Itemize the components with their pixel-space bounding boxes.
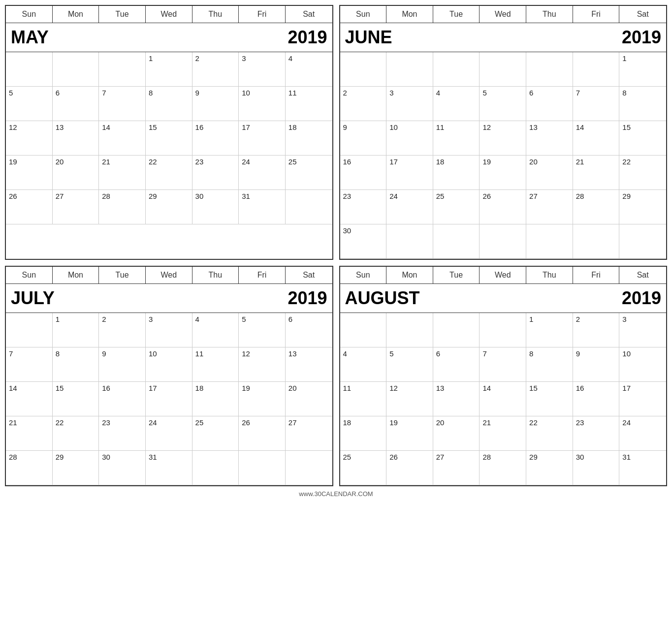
day-header-sun: Sun xyxy=(6,6,53,23)
day-number: 25 xyxy=(288,157,329,166)
day-number: 14 xyxy=(576,123,616,131)
day-cell: 7 xyxy=(480,347,526,382)
day-cell: 2 xyxy=(573,313,620,347)
day-header-mon: Mon xyxy=(53,267,99,283)
day-number: 28 xyxy=(576,192,616,200)
day-cell: 11 xyxy=(340,382,387,416)
day-cell: 21 xyxy=(480,416,526,451)
day-cell xyxy=(480,224,526,259)
day-cell: 16 xyxy=(99,382,146,416)
day-cell: 24 xyxy=(239,156,286,190)
day-cell: 5 xyxy=(239,313,286,347)
day-number: 27 xyxy=(288,418,329,427)
day-number: 28 xyxy=(482,453,523,461)
day-cell: 9 xyxy=(573,347,620,382)
day-cell: 2 xyxy=(340,87,387,121)
day-number: 10 xyxy=(389,123,430,131)
day-cell xyxy=(573,52,620,87)
day-cell: 23 xyxy=(99,416,146,451)
day-cell: 18 xyxy=(433,156,480,190)
day-number: 1 xyxy=(56,315,96,323)
day-cell: 24 xyxy=(146,416,192,451)
day-cell: 17 xyxy=(146,382,192,416)
day-number: 6 xyxy=(529,89,570,97)
day-number: 16 xyxy=(576,384,616,392)
day-cell: 14 xyxy=(6,382,53,416)
day-headers: SunMonTueWedThuFriSat xyxy=(340,6,667,23)
day-cell: 4 xyxy=(433,87,480,121)
day-header-fri: Fri xyxy=(239,267,286,283)
day-number: 12 xyxy=(242,349,282,358)
day-number: 8 xyxy=(56,349,96,358)
day-number: 19 xyxy=(389,418,430,427)
day-number: 17 xyxy=(149,384,189,392)
day-number: 12 xyxy=(389,384,430,392)
day-number: 15 xyxy=(622,123,663,131)
day-number: 27 xyxy=(436,453,477,461)
day-header-sat: Sat xyxy=(619,267,666,283)
day-cell: 23 xyxy=(573,416,620,451)
day-cell: 28 xyxy=(6,451,53,485)
day-cell: 7 xyxy=(6,347,53,382)
day-number: 23 xyxy=(102,418,142,427)
day-header-sun: Sun xyxy=(6,267,53,283)
day-cell xyxy=(433,313,480,347)
day-cell xyxy=(526,224,573,259)
month-name: JULY xyxy=(11,288,55,309)
day-cell: 12 xyxy=(6,121,53,156)
day-number: 4 xyxy=(436,89,477,97)
day-number: 1 xyxy=(622,54,663,63)
day-number: 23 xyxy=(195,157,236,166)
day-cell: 28 xyxy=(573,190,620,224)
day-header-mon: Mon xyxy=(386,267,433,283)
day-cell: 14 xyxy=(480,382,526,416)
day-cell xyxy=(192,451,239,485)
day-cell: 29 xyxy=(619,190,666,224)
day-cell: 7 xyxy=(99,87,146,121)
day-cell: 23 xyxy=(192,156,239,190)
day-header-tue: Tue xyxy=(99,267,146,283)
day-cell: 28 xyxy=(480,451,526,485)
year-name: 2019 xyxy=(288,288,327,309)
day-header-mon: Mon xyxy=(53,6,99,23)
day-cell: 9 xyxy=(99,347,146,382)
day-cell xyxy=(286,190,332,224)
day-number: 10 xyxy=(149,349,189,358)
day-cell xyxy=(480,313,526,347)
day-number: 17 xyxy=(389,157,430,166)
day-headers: SunMonTueWedThuFriSat xyxy=(6,6,332,23)
day-number: 3 xyxy=(242,54,282,63)
day-cell: 24 xyxy=(619,416,666,451)
day-header-tue: Tue xyxy=(99,6,146,23)
day-cell: 20 xyxy=(526,156,573,190)
day-number: 18 xyxy=(195,384,236,392)
month-name: MAY xyxy=(11,27,49,48)
day-number: 24 xyxy=(242,157,282,166)
day-number: 18 xyxy=(288,123,329,131)
day-number: 26 xyxy=(389,453,430,461)
day-number: 18 xyxy=(436,157,477,166)
day-cell: 15 xyxy=(53,382,99,416)
day-cell: 21 xyxy=(6,416,53,451)
day-number: 26 xyxy=(482,192,523,200)
day-number: 13 xyxy=(56,123,96,131)
day-cell: 2 xyxy=(192,52,239,87)
day-number: 16 xyxy=(343,157,384,166)
day-header-fri: Fri xyxy=(573,267,620,283)
days-grid: 1234567891011121314151617181920212223242… xyxy=(6,313,332,485)
day-number: 23 xyxy=(576,418,616,427)
calendars-grid: SunMonTueWedThuFriSatMAY2019123456789101… xyxy=(5,5,667,486)
day-number: 6 xyxy=(436,349,477,358)
day-cell: 12 xyxy=(386,382,433,416)
day-cell: 10 xyxy=(146,347,192,382)
day-number: 20 xyxy=(436,418,477,427)
day-cell: 6 xyxy=(433,347,480,382)
day-number: 31 xyxy=(149,453,189,461)
day-cell xyxy=(286,451,332,485)
day-number: 7 xyxy=(482,349,523,358)
day-cell: 5 xyxy=(480,87,526,121)
day-number: 2 xyxy=(576,315,616,323)
day-number: 14 xyxy=(482,384,523,392)
day-number: 1 xyxy=(529,315,570,323)
day-number: 21 xyxy=(102,157,142,166)
